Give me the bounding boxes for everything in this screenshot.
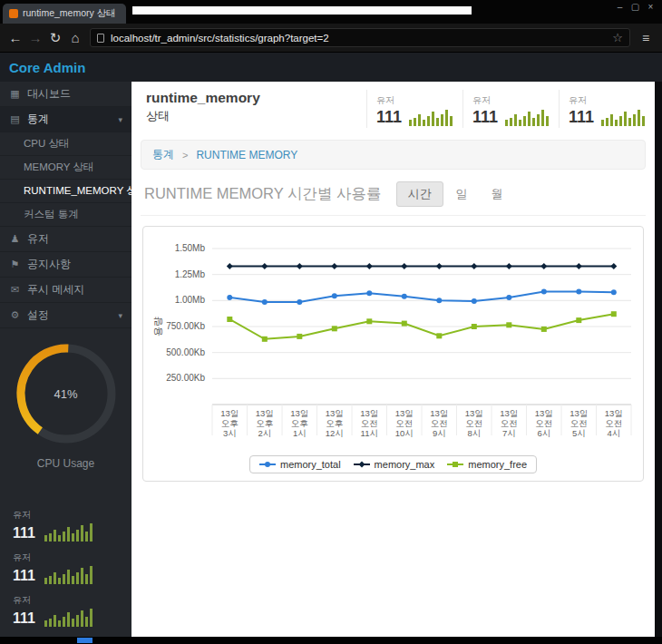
svg-text:13일: 13일 [220,408,239,418]
sidebar-item-label: 공지사항 [27,257,71,272]
svg-text:3시: 3시 [223,428,237,438]
breadcrumb-current[interactable]: RUNTIME MEMORY [196,149,297,161]
header-stats: 유저111유저111유저111 [366,90,655,128]
sidebar-item-push-messages[interactable]: ✉푸시 메세지 [0,278,131,303]
breadcrumb-link-statistics[interactable]: 통계 [152,147,174,162]
legend-item-memory_free[interactable]: memory_free [447,459,527,470]
push-icon: ✉ [9,284,21,296]
brand-link[interactable]: Core Admin [9,60,85,75]
tab-hour[interactable]: 시간 [396,181,443,207]
cpu-gauge: 41% CPU Usage [12,341,121,470]
mini-bar-chart [601,108,646,126]
stat-row: 111 [569,108,646,126]
browser-menu-icon[interactable]: ≡ [635,31,657,45]
svg-text:750.00Kb: 750.00Kb [166,321,205,331]
breadcrumb: 통계 > RUNTIME MEMORY [141,140,646,170]
page-icon [97,34,104,43]
page-subtitle: 상태 [146,108,260,124]
tab-title: runtime_memory 상태 [23,7,116,20]
sidebar-item-label: 푸시 메세지 [27,282,84,298]
sidebar-item-label: 대시보드 [27,86,71,102]
browser-tab-bar: runtime_memory 상태 – ▢ × [0,0,662,24]
svg-text:500.00Kb: 500.00Kb [166,347,205,357]
sidebar-item-label: CPU 상태 [24,137,69,151]
background-window-strip [132,6,472,15]
sidebar-item-settings[interactable]: ⚙설정▾ [0,303,131,328]
sidebar-item-label: RUNTIME_MEMORY 상태 [24,184,147,198]
browser-tab[interactable]: runtime_memory 상태 [3,4,126,24]
page-title-block: runtime_memory 상태 [146,90,260,128]
mini-bar-chart [44,609,92,627]
svg-text:250.00Kb: 250.00Kb [166,373,205,383]
stat-label: 유저 [13,594,119,607]
legend-item-memory_max[interactable]: memory_max [354,459,435,470]
stat-label: 유저 [13,509,119,522]
bookmark-star-icon[interactable]: ☆ [612,31,623,44]
mini-bar-chart [409,108,453,126]
stat-value: 111 [569,108,594,126]
svg-text:1시: 1시 [293,428,307,438]
chevron-down-icon: ▾ [118,311,122,320]
stat-widget: 유저111 [0,590,131,632]
cpu-gauge-label: CPU Usage [12,457,121,470]
page-header: runtime_memory 상태 유저111유저111유저111 [131,82,655,132]
sidebar-item-label: 커스텀 통계 [24,208,79,221]
app-body: ▦대시보드▤통계▾CPU 상태MEMORY 상태RUNTIME_MEMORY 상… [0,82,662,637]
svg-text:13일: 13일 [256,408,274,418]
close-button[interactable]: × [643,1,658,14]
sidebar-item-notices[interactable]: ⚑공지사항 [0,252,131,278]
line-chart: 250.00Kb500.00Kb750.00Kb1.00Mb1.25Mb1.50… [149,236,638,454]
stat-widget: 유저111 [0,504,131,547]
sidebar-item-dashboard[interactable]: ▦대시보드 [0,82,131,107]
period-tab-group: 시간일월 [396,181,514,207]
breadcrumb-separator: > [182,150,188,161]
sidebar-item-cpu-status[interactable]: CPU 상태 [0,132,131,156]
legend-label: memory_free [468,459,527,470]
favicon-icon [9,9,18,18]
back-button[interactable]: ← [5,24,25,53]
content-area: 통계 > RUNTIME MEMORY RUNTIME MEMORY 시간별 사… [131,132,655,482]
svg-text:오후: 오후 [256,418,273,428]
stat-label: 유저 [569,94,646,107]
settings-icon: ⚙ [9,309,21,321]
mini-bar-chart [44,523,92,542]
sidebar-item-memory-status[interactable]: MEMORY 상태 [0,156,131,180]
sidebar-item-runtime-memory-status[interactable]: RUNTIME_MEMORY 상태 [0,180,131,203]
svg-text:12시: 12시 [326,428,344,438]
home-button[interactable]: ⌂ [65,24,85,53]
notice-icon: ⚑ [9,259,21,270]
stat-value: 111 [13,610,35,627]
maximize-button[interactable]: ▢ [628,1,643,14]
stat-value: 111 [472,108,498,126]
mini-bar-chart [505,108,550,126]
stat-value: 111 [13,525,35,542]
svg-text:13일: 13일 [465,408,483,418]
tab-day[interactable]: 일 [445,182,479,206]
sidebar-item-label: MEMORY 상태 [24,161,94,174]
tab-month[interactable]: 월 [481,182,514,206]
web-app: Core Admin ▦대시보드▤통계▾CPU 상태MEMORY 상태RUNTI… [0,53,662,637]
legend-item-memory_total[interactable]: memory_total [259,459,341,470]
sidebar-item-label: 설정 [27,307,49,323]
svg-text:13일: 13일 [326,408,344,418]
minimize-button[interactable]: – [612,1,628,14]
address-bar[interactable]: localhost/tr_admin/src/statistics/graph?… [90,28,630,47]
svg-text:2시: 2시 [258,428,271,438]
legend-label: memory_max [375,459,435,470]
svg-text:13일: 13일 [395,408,414,418]
browser-window: runtime_memory 상태 – ▢ × ← → ↻ ⌂ localhos… [0,0,662,644]
svg-text:4시: 4시 [607,428,620,438]
forward-button[interactable]: → [25,24,45,53]
svg-text:오전: 오전 [395,418,413,428]
legend-label: memory_total [280,459,341,470]
svg-text:오전: 오전 [535,418,552,428]
sidebar-item-users[interactable]: ♟유저 [0,227,131,252]
cpu-gauge-value: 41% [12,341,121,446]
dashboard-icon: ▦ [9,88,21,100]
svg-text:오전: 오전 [570,418,588,428]
svg-text:13일: 13일 [500,408,518,418]
sidebar-item-statistics[interactable]: ▤통계▾ [0,107,131,132]
refresh-button[interactable]: ↻ [45,24,65,53]
svg-text:용량: 용량 [152,317,163,337]
sidebar-item-custom-statistics[interactable]: 커스텀 통계 [0,203,131,227]
